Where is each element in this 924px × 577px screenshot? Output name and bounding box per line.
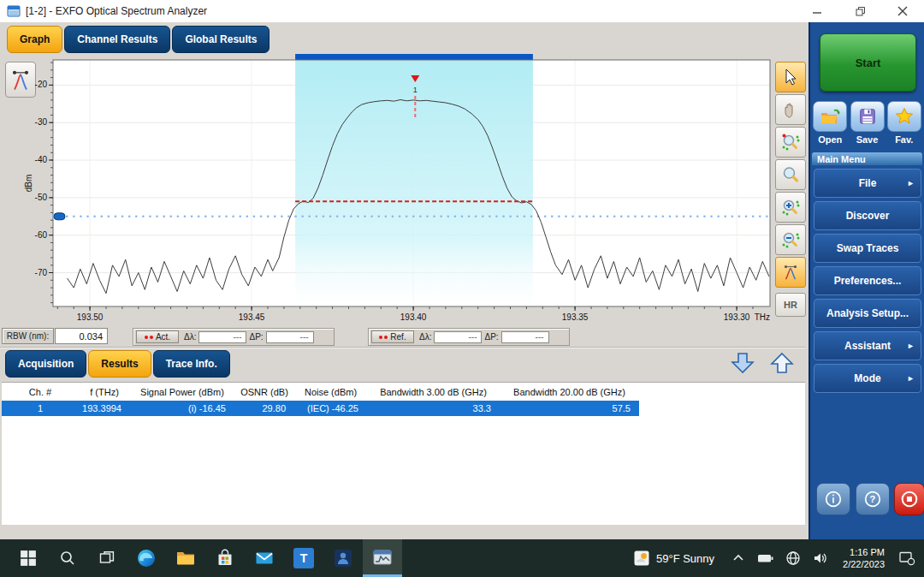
- tab-results[interactable]: Results: [88, 350, 151, 378]
- menu-item-swap-traces[interactable]: Swap Traces: [814, 234, 921, 263]
- delta-power-label: ΔP:: [484, 332, 498, 342]
- graph-toolbar: HR: [775, 62, 806, 318]
- minimize-button[interactable]: [796, 0, 838, 22]
- zoom-button[interactable]: [775, 159, 806, 190]
- menu-item-mode[interactable]: Mode ►: [814, 364, 921, 393]
- tab-graph[interactable]: Graph: [7, 26, 62, 53]
- action-center-button[interactable]: [893, 539, 921, 577]
- start-menu-button[interactable]: [9, 539, 48, 577]
- help-button[interactable]: ?: [856, 483, 890, 515]
- mail-app-button[interactable]: [245, 539, 284, 577]
- down-arrow-icon: [729, 349, 756, 377]
- ref-delta-power-field[interactable]: ---: [501, 331, 549, 343]
- zoom-out-button[interactable]: [775, 224, 806, 255]
- svg-text:193.50: 193.50: [77, 312, 104, 322]
- app-t-button[interactable]: T: [284, 539, 323, 577]
- clock[interactable]: 1:16 PM 2/22/2023: [834, 546, 893, 570]
- task-view-button[interactable]: [87, 539, 127, 577]
- results-table: Ch. # f (THz) Signal Power (dBm) OSNR (d…: [2, 382, 805, 525]
- restore-button[interactable]: [838, 0, 881, 22]
- svg-text:-60: -60: [35, 230, 48, 240]
- act-delta-lambda-field[interactable]: ---: [198, 331, 246, 343]
- column-header-signal-power: Signal Power (dBm): [130, 387, 234, 397]
- info-button[interactable]: [816, 483, 850, 515]
- zoom-in-button[interactable]: [775, 192, 806, 223]
- svg-text:193.30: 193.30: [724, 312, 750, 322]
- svg-text:?: ?: [870, 494, 876, 504]
- file-explorer-button[interactable]: [166, 539, 205, 577]
- tab-graph-label: Graph: [20, 33, 50, 45]
- act-marker-button[interactable]: Act.: [136, 330, 179, 343]
- app-window: [1-2] - EXFO Optical Spectrum Analyzer G…: [0, 0, 924, 577]
- tray-overflow-button[interactable]: [725, 539, 752, 577]
- battery-status-button[interactable]: [752, 539, 779, 577]
- panel-expand-button[interactable]: [767, 348, 797, 378]
- question-icon: ?: [862, 489, 883, 509]
- panel-collapse-button[interactable]: [727, 348, 758, 378]
- save-button[interactable]: Save: [850, 101, 885, 145]
- menu-item-label: Discover: [846, 210, 890, 222]
- cell-channel: 1: [2, 403, 79, 413]
- table-row[interactable]: 1 193.3994 (i) -16.45 29.80 (IEC) -46.25…: [2, 401, 639, 416]
- titlebar: [1-2] - EXFO Optical Spectrum Analyzer: [0, 0, 924, 22]
- microsoft-store-button[interactable]: [205, 539, 245, 577]
- tab-global-results[interactable]: Global Results: [172, 26, 270, 53]
- globe-icon: [785, 550, 801, 566]
- weather-icon: [633, 550, 650, 567]
- osa-app-taskbar-button[interactable]: [363, 539, 402, 577]
- top-tab-bar: Graph Channel Results Global Results: [7, 26, 270, 53]
- pan-hand-button[interactable]: [775, 94, 806, 125]
- power-button[interactable]: [894, 483, 924, 515]
- tab-trace-info[interactable]: Trace Info.: [153, 350, 230, 378]
- osa-app-icon: [372, 549, 393, 568]
- save-label: Save: [850, 134, 885, 145]
- zoom-region-button[interactable]: [775, 127, 806, 158]
- edge-browser-button[interactable]: [127, 539, 166, 577]
- task-view-icon: [98, 550, 116, 567]
- act-delta-power-field[interactable]: ---: [266, 331, 314, 343]
- menu-item-discover[interactable]: Discover: [814, 201, 921, 230]
- table-header-row: Ch. # f (THz) Signal Power (dBm) OSNR (d…: [2, 383, 805, 401]
- hr-mode-button[interactable]: HR: [775, 293, 806, 317]
- pinned-app-button[interactable]: [323, 539, 363, 577]
- column-header-frequency: f (THz): [79, 387, 130, 397]
- spectrum-chart[interactable]: 193.50193.45193.40193.35193.30THz-20-30-…: [24, 53, 777, 324]
- menu-item-label: Mode: [854, 372, 880, 384]
- tab-acquisition-label: Acquisition: [18, 358, 74, 370]
- app-icon: [333, 548, 353, 568]
- tab-channel-results[interactable]: Channel Results: [64, 26, 170, 53]
- tab-acquisition[interactable]: Acquisition: [5, 350, 86, 378]
- open-button[interactable]: Open: [813, 101, 847, 145]
- marker-dots-icon: [379, 336, 382, 339]
- network-status-button[interactable]: [779, 539, 807, 577]
- chart-controls-row: RBW (nm): 0.034 Act. Δλ: --- ΔP: --- Ref…: [0, 328, 805, 347]
- ref-label: Ref.: [390, 332, 406, 342]
- select-cursor-button[interactable]: [775, 62, 806, 92]
- start-label: Start: [856, 57, 881, 69]
- menu-item-file[interactable]: File ►: [814, 169, 921, 198]
- analysis-markers-button[interactable]: [775, 257, 806, 288]
- reference-marker-group: Ref. Δλ: --- ΔP: ---: [368, 328, 570, 346]
- start-button[interactable]: Start: [820, 33, 916, 92]
- folder-icon: [175, 548, 196, 568]
- marker-dots-icon: [145, 336, 148, 339]
- taskbar-search-button[interactable]: [48, 539, 87, 577]
- menu-item-label: Assistant: [844, 340, 891, 352]
- menu-item-analysis-setup[interactable]: Analysis Setup...: [814, 299, 921, 328]
- favorites-button[interactable]: Fav.: [887, 101, 921, 145]
- right-panel: Start Open: [808, 22, 924, 539]
- menu-item-label: File: [859, 177, 877, 189]
- magnifier-icon: [781, 165, 800, 184]
- menu-item-preferences[interactable]: Preferences...: [814, 266, 921, 295]
- ref-marker-button[interactable]: Ref.: [371, 330, 414, 343]
- close-button[interactable]: [881, 0, 924, 22]
- analysis-markers-icon: [781, 263, 800, 282]
- weather-widget[interactable]: 59°F Sunny: [623, 539, 725, 577]
- rbw-value-field[interactable]: 0.034: [55, 328, 108, 344]
- volume-button[interactable]: [807, 539, 834, 577]
- menu-item-label: Preferences...: [834, 275, 902, 287]
- submenu-arrow-icon: ►: [907, 342, 915, 350]
- cell-signal-power: (i) -16.45: [130, 403, 234, 413]
- ref-delta-lambda-field[interactable]: ---: [434, 331, 482, 343]
- menu-item-assistant[interactable]: Assistant ►: [814, 331, 921, 360]
